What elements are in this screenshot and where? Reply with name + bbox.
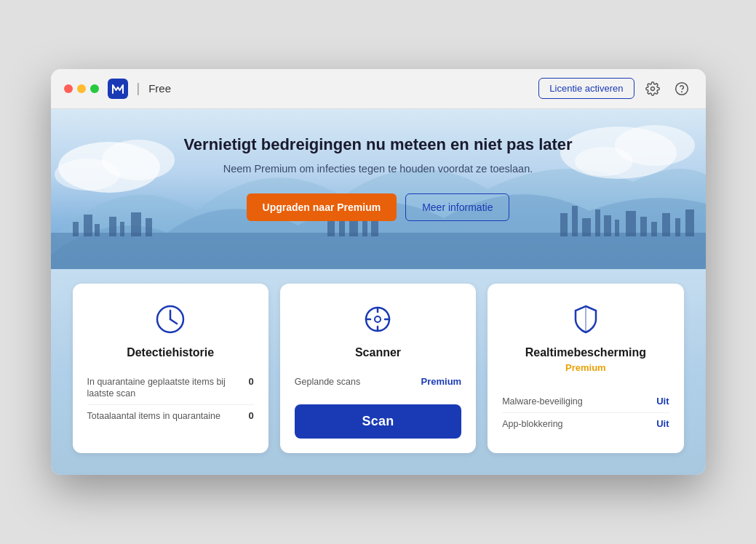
svg-rect-11 bbox=[73, 222, 79, 236]
app-blocking-row: App-blokkering Uit bbox=[502, 412, 669, 435]
cards-section: Detectiehistorie In quarantaine geplaats… bbox=[51, 269, 706, 475]
svg-rect-10 bbox=[51, 233, 706, 269]
svg-point-1 bbox=[650, 87, 654, 90]
svg-rect-31 bbox=[651, 222, 657, 236]
help-icon bbox=[675, 81, 689, 96]
more-info-button[interactable]: Meer informatie bbox=[405, 193, 509, 221]
app-blocking-value: Uit bbox=[656, 418, 669, 429]
quarantine-total-value: 0 bbox=[249, 410, 254, 421]
scanner-card: Scanner Geplande scans Premium Scan bbox=[280, 284, 476, 453]
svg-rect-34 bbox=[685, 209, 694, 236]
hero-banner: Vernietigt bedreigingen nu meteen en nie… bbox=[51, 109, 706, 269]
quarantine-total-row: Totaalaantal items in quarantaine 0 bbox=[87, 404, 254, 427]
titlebar: | Free Licentie activeren bbox=[51, 69, 706, 109]
minimize-button[interactable] bbox=[77, 84, 86, 93]
svg-rect-15 bbox=[120, 222, 124, 236]
app-logo: | Free bbox=[108, 79, 530, 99]
svg-rect-33 bbox=[675, 218, 680, 236]
fullscreen-button[interactable] bbox=[90, 84, 99, 93]
detection-stats: In quarantaine geplaatste items bij laat… bbox=[87, 371, 254, 428]
hero-buttons: Upgraden naar Premium Meer informatie bbox=[80, 193, 677, 221]
scanner-icon bbox=[359, 301, 396, 337]
scheduled-scans-label: Geplande scans bbox=[295, 376, 415, 388]
quarantine-last-scan-label: In quarantaine geplaatste items bij laat… bbox=[87, 376, 243, 400]
scanner-stats: Geplande scans Premium bbox=[295, 371, 461, 393]
help-button[interactable] bbox=[671, 78, 693, 100]
app-window: | Free Licentie activeren bbox=[51, 69, 706, 475]
malware-protection-label: Malware-beveiliging bbox=[502, 396, 650, 407]
scan-button[interactable]: Scan bbox=[295, 404, 461, 439]
scheduled-scans-row: Geplande scans Premium bbox=[295, 371, 461, 393]
svg-point-2 bbox=[675, 83, 688, 95]
settings-button[interactable] bbox=[642, 78, 664, 100]
gear-icon bbox=[645, 81, 660, 96]
app-blocking-label: App-blokkering bbox=[502, 418, 650, 430]
svg-rect-17 bbox=[146, 218, 152, 236]
realtime-title: Realtimebescherming bbox=[525, 346, 646, 359]
svg-line-37 bbox=[170, 319, 177, 324]
titlebar-actions: Licentie activeren bbox=[538, 78, 692, 100]
app-edition-label: Free bbox=[148, 82, 171, 95]
realtime-protection-card: Realtimebescherming Premium Malware-beve… bbox=[488, 284, 683, 453]
realtime-premium-badge: Premium bbox=[565, 362, 606, 373]
logo-divider: | bbox=[137, 81, 140, 96]
clock-icon bbox=[152, 301, 188, 337]
malware-protection-value: Uit bbox=[656, 396, 669, 407]
scheduled-scans-value: Premium bbox=[421, 376, 462, 387]
svg-rect-25 bbox=[582, 218, 591, 236]
quarantine-last-scan-value: 0 bbox=[249, 376, 254, 387]
quarantine-total-label: Totaalaantal items in quarantaine bbox=[87, 410, 243, 422]
detection-history-title: Detectiehistorie bbox=[127, 346, 214, 359]
activate-license-button[interactable]: Licentie activeren bbox=[538, 78, 634, 99]
svg-rect-13 bbox=[95, 224, 100, 236]
upgrade-button[interactable]: Upgraden naar Premium bbox=[247, 193, 397, 221]
svg-rect-28 bbox=[615, 220, 619, 236]
detection-history-card: Detectiehistorie In quarantaine geplaats… bbox=[73, 284, 268, 453]
svg-rect-0 bbox=[108, 79, 128, 99]
hero-headline: Vernietigt bedreigingen nu meteen en nie… bbox=[80, 135, 677, 154]
quarantine-last-scan-row: In quarantaine geplaatste items bij laat… bbox=[87, 371, 254, 405]
hero-subtext: Neem Premium om infecties tegen te houde… bbox=[80, 161, 677, 177]
malwarebytes-logo-icon bbox=[108, 79, 128, 99]
close-button[interactable] bbox=[64, 84, 73, 93]
cards-grid: Detectiehistorie In quarantaine geplaats… bbox=[73, 284, 684, 453]
svg-point-43 bbox=[375, 316, 381, 322]
realtime-stats: Malware-beveiliging Uit App-blokkering U… bbox=[502, 391, 669, 436]
shield-icon bbox=[568, 301, 604, 337]
malware-protection-row: Malware-beveiliging Uit bbox=[502, 391, 669, 412]
scanner-title: Scanner bbox=[355, 346, 401, 359]
traffic-lights bbox=[64, 84, 99, 93]
